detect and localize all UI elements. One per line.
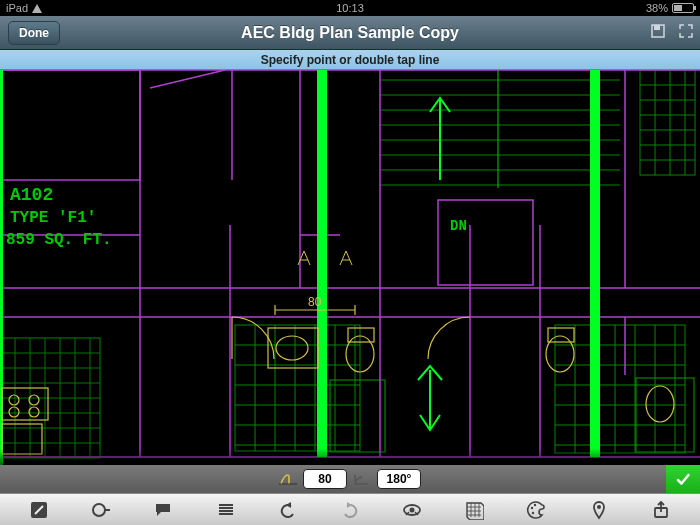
svg-rect-44 (380, 70, 620, 230)
svg-rect-78 (438, 200, 533, 285)
draw-tool-icon[interactable] (25, 498, 53, 522)
redo-icon[interactable] (336, 498, 364, 522)
svg-point-107 (93, 504, 105, 516)
svg-point-95 (9, 407, 19, 417)
status-left: iPad (6, 2, 44, 14)
svg-rect-16 (235, 325, 360, 451)
clock: 10:13 (336, 2, 364, 14)
room-label-3: 859 SQ. FT. (6, 231, 112, 249)
distance-input[interactable]: 80 (303, 469, 347, 489)
svg-point-112 (534, 503, 536, 505)
save-icon[interactable] (650, 23, 666, 43)
svg-line-77 (150, 70, 225, 88)
distance-icon (279, 470, 297, 488)
annotation-tool-icon[interactable] (149, 498, 177, 522)
command-prompt: Specify point or double tap line (0, 50, 700, 70)
svg-rect-42 (330, 380, 385, 452)
title-actions (650, 16, 694, 49)
svg-point-84 (276, 336, 308, 360)
measure-tool-icon[interactable] (87, 498, 115, 522)
svg-rect-53 (640, 70, 695, 175)
share-icon[interactable] (647, 498, 675, 522)
svg-rect-92 (2, 388, 48, 420)
svg-point-90 (646, 386, 674, 422)
svg-rect-76 (0, 70, 140, 180)
title-bar: Done AEC Bldg Plan Sample Copy (0, 16, 700, 50)
confirm-button[interactable] (666, 465, 700, 493)
fullscreen-icon[interactable] (678, 23, 694, 43)
svg-point-113 (532, 511, 534, 513)
status-right: 38% (646, 2, 694, 14)
svg-point-110 (410, 507, 415, 512)
coordinate-input-bar: 80 180° (0, 465, 700, 493)
room-label-1: A102 (10, 185, 53, 205)
grid-icon[interactable] (460, 498, 488, 522)
drawing-canvas[interactable]: A102 TYPE 'F1' 859 SQ. FT. DN 80 (0, 70, 700, 465)
prompt-text: Specify point or double tap line (261, 53, 440, 67)
location-icon[interactable] (585, 498, 613, 522)
room-label-2: TYPE 'F1' (10, 209, 96, 227)
device-label: iPad (6, 2, 28, 14)
done-button[interactable]: Done (8, 21, 60, 45)
ios-status-bar: iPad 10:13 38% (0, 0, 700, 16)
svg-point-93 (9, 395, 19, 405)
battery-percent: 38% (646, 2, 668, 14)
svg-rect-104 (0, 448, 700, 465)
palette-icon[interactable] (522, 498, 550, 522)
layers-icon[interactable] (212, 498, 240, 522)
svg-point-114 (597, 505, 601, 509)
dimension-label: 80 (308, 295, 322, 309)
battery-icon (672, 3, 694, 13)
document-title: AEC Bldg Plan Sample Copy (241, 24, 459, 42)
stair-label: DN (450, 218, 467, 234)
view-icon[interactable] (398, 498, 426, 522)
svg-point-111 (531, 506, 533, 508)
angle-icon (353, 470, 371, 488)
wifi-icon (32, 4, 44, 13)
angle-input[interactable]: 180° (377, 469, 421, 489)
undo-icon[interactable] (274, 498, 302, 522)
svg-point-88 (546, 336, 574, 372)
bottom-toolbar (0, 493, 700, 525)
svg-rect-1 (654, 25, 660, 30)
